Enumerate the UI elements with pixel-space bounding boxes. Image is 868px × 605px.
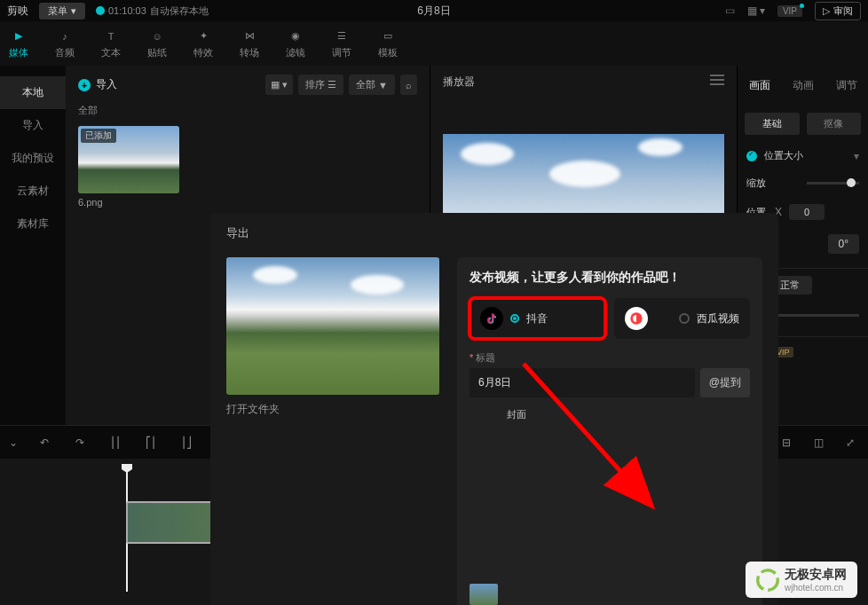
tool-text[interactable]: T文本	[101, 28, 121, 59]
prop-tab-animation[interactable]: 动画	[781, 73, 825, 98]
platform-name: 西瓜视频	[697, 311, 739, 326]
text-icon: T	[103, 28, 119, 44]
section-label: 全部	[78, 104, 417, 117]
opacity-slider[interactable]	[768, 314, 859, 317]
audio-icon: ♪	[57, 28, 73, 44]
watermark-title: 无极安卓网	[785, 567, 847, 583]
prop-tab-adjust[interactable]: 调节	[825, 73, 868, 98]
x-input[interactable]: 0	[789, 204, 825, 220]
radio-icon	[679, 313, 690, 324]
player-menu-icon[interactable]	[710, 75, 724, 90]
tool-filter[interactable]: ◉滤镜	[286, 28, 305, 59]
radio-checked-icon	[510, 314, 519, 323]
view-grid-button[interactable]: ▦ ▾	[265, 75, 293, 95]
sidebar-tab-presets[interactable]: 我的预设	[0, 142, 66, 175]
media-icon: ▶	[11, 28, 27, 44]
douyin-icon	[480, 307, 503, 330]
export-preview	[226, 257, 439, 395]
app-name: 剪映	[7, 4, 28, 19]
redo-button[interactable]: ↷	[71, 436, 89, 449]
effect-icon: ✦	[195, 28, 211, 44]
tool-audio[interactable]: ♪音频	[55, 28, 75, 59]
review-button[interactable]: ▷ 审阅	[815, 2, 861, 20]
watermark-icon	[756, 569, 779, 592]
tool-transition[interactable]: ⋈转场	[240, 28, 259, 59]
scale-label: 缩放	[746, 177, 800, 190]
import-button[interactable]: +导入	[78, 77, 117, 92]
sidebar-tab-cloud[interactable]: 云素材	[0, 175, 66, 208]
publish-panel: 发布视频，让更多人看到你的作品吧！ 抖音 西瓜视频 标题	[457, 257, 762, 605]
cover-thumbnail	[470, 584, 498, 605]
titlebar: 剪映 菜单 ▾ 01:10:03 自动保存本地 6月8日 ▭ ▦ ▾ VIP ▷…	[0, 0, 868, 21]
split-button[interactable]: ⎮⎮	[107, 436, 124, 449]
sub-tab-cutout[interactable]: 抠像	[807, 113, 862, 135]
media-thumbnail: 已添加	[78, 126, 179, 193]
sub-tab-basic[interactable]: 基础	[745, 113, 800, 135]
title-input[interactable]: 6月8日	[470, 368, 695, 397]
filter-icon: ◉	[288, 28, 304, 44]
platform-douyin[interactable]: 抖音	[470, 298, 605, 339]
position-size-label: 位置大小	[764, 149, 847, 162]
filter-all-button[interactable]: 全部 ▼	[349, 75, 395, 95]
sidebar-tab-local[interactable]: 本地	[0, 76, 66, 109]
modal-title: 导出	[210, 213, 778, 248]
menu-dropdown[interactable]: 菜单 ▾	[39, 3, 85, 20]
adjust-icon: ☰	[334, 28, 350, 44]
project-name[interactable]: 6月8日	[417, 4, 450, 19]
sticker-icon: ☺	[149, 28, 165, 44]
trim-left-button[interactable]: ⎡⎮	[142, 436, 160, 449]
added-badge: 已添加	[81, 129, 116, 143]
checkbox-icon[interactable]	[746, 151, 757, 161]
save-indicator-icon	[96, 6, 105, 15]
tl-fullscreen[interactable]: ⤢	[841, 436, 859, 449]
sidebar-tab-import[interactable]: 导入	[0, 109, 66, 142]
chevron-down-icon: ▾	[71, 5, 76, 17]
plus-icon: +	[78, 79, 91, 91]
tool-adjust[interactable]: ☰调节	[332, 28, 351, 59]
tl-icon-4[interactable]: ◫	[809, 436, 827, 449]
layout-icon[interactable]: ▭	[725, 4, 735, 17]
mention-button[interactable]: @提到	[700, 368, 750, 397]
cover-selector[interactable]: 封面 点击重新选择封面	[470, 408, 750, 605]
tool-sticker[interactable]: ☺贴纸	[147, 28, 167, 59]
sidebar-tab-library[interactable]: 素材库	[0, 208, 66, 240]
chevron-down-icon[interactable]: ▾	[854, 150, 859, 162]
svg-point-3	[758, 570, 778, 590]
export-modal: 导出 打开文件夹 发布视频，让更多人看到你的作品吧！ 抖音	[210, 213, 778, 605]
play-icon: ▷	[823, 5, 830, 17]
tl-icon-3[interactable]: ⊟	[777, 436, 795, 449]
prop-tab-picture[interactable]: 画面	[738, 73, 781, 98]
sort-button[interactable]: 排序 ☰	[298, 75, 343, 95]
tool-effect[interactable]: ✦特效	[193, 28, 213, 59]
open-folder-link[interactable]: 打开文件夹	[226, 402, 439, 417]
main-toolbar: ▶媒体 ♪音频 T文本 ☺贴纸 ✦特效 ⋈转场 ◉滤镜 ☰调节 ▭模板	[0, 21, 868, 66]
template-icon: ▭	[380, 28, 396, 44]
platform-xigua[interactable]: 西瓜视频	[614, 298, 750, 339]
player-title: 播放器	[443, 75, 475, 90]
scale-slider[interactable]	[807, 182, 860, 185]
xigua-icon	[625, 307, 648, 330]
media-sidebar: 本地 导入 我的预设 云素材 素材库	[0, 66, 66, 425]
tool-media[interactable]: ▶媒体	[9, 28, 28, 59]
vip-badge[interactable]: VIP	[777, 5, 802, 17]
rotation-input[interactable]: 0°	[828, 234, 859, 254]
grid-icon[interactable]: ▦ ▾	[747, 4, 765, 17]
cover-label: 封面	[507, 408, 585, 605]
trim-right-button[interactable]: ⎮⎦	[178, 436, 195, 449]
title-field-label: 标题	[470, 351, 750, 365]
publish-title: 发布视频，让更多人看到你的作品吧！	[470, 270, 750, 286]
undo-button[interactable]: ↶	[36, 436, 53, 449]
transition-icon: ⋈	[241, 28, 257, 44]
search-button[interactable]: ⌕	[400, 75, 417, 95]
watermark-url: wjhotel.com.cn	[785, 583, 847, 593]
autosave-status: 01:10:03 自动保存本地	[96, 4, 209, 18]
media-item[interactable]: 已添加 6.png	[78, 126, 179, 208]
tool-template[interactable]: ▭模板	[378, 28, 398, 59]
platform-name: 抖音	[526, 311, 548, 326]
chevron-down-icon[interactable]: ⌄	[9, 436, 18, 449]
search-icon: ⌕	[406, 80, 412, 90]
media-filename: 6.png	[78, 197, 179, 208]
watermark: 无极安卓网 wjhotel.com.cn	[746, 562, 857, 598]
